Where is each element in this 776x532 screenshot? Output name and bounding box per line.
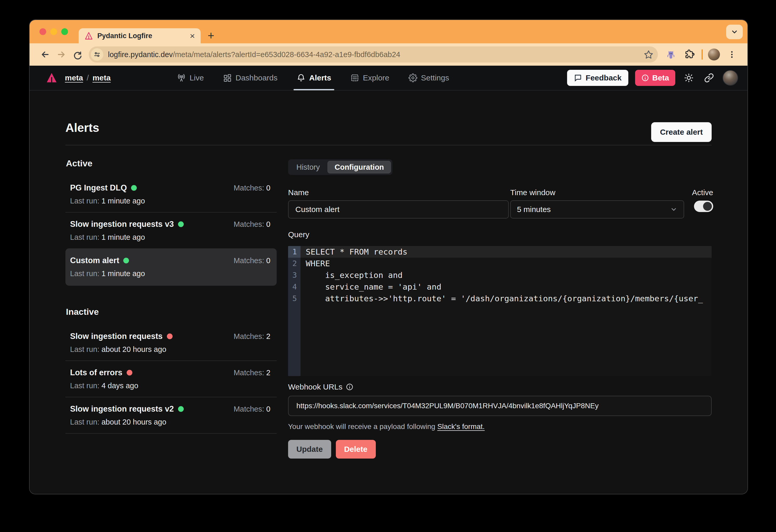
name-input[interactable] [288,200,509,218]
breadcrumb-org-link[interactable]: meta [65,73,83,82]
matches-count: Matches: 0 [234,184,270,192]
alert-list-item[interactable]: Slow ingestion requests v3 Matches: 0 La… [65,212,277,248]
theme-toggle-button[interactable] [682,71,696,84]
alert-list: Active PG Ingest DLQ Matches: 0 Last run… [65,158,277,433]
extension-cat-icon[interactable] [664,48,677,61]
tab-search-button[interactable] [726,25,743,39]
close-tab-icon[interactable]: × [190,31,195,40]
alert-list-item[interactable]: Lots of errors Matches: 2 Last run: 4 da… [65,361,277,397]
alert-list-item[interactable]: Slow ingestion requests Matches: 2 Last … [65,325,277,361]
webhook-urls-label: Webhook URLs [288,382,712,392]
nav-item-explore[interactable]: Explore [350,65,389,90]
forward-button[interactable] [54,48,68,61]
alert-detail-panel: History Configuration Name Time window A… [288,159,712,459]
feedback-label: Feedback [586,73,622,82]
reload-button[interactable] [70,48,84,61]
tab-configuration[interactable]: Configuration [328,161,391,173]
chevron-down-icon [670,206,677,213]
matches-count: Matches: 0 [234,220,270,229]
feedback-button[interactable]: Feedback [567,70,628,86]
toggle-knob [703,202,712,211]
code-text: is_exception and [301,270,712,281]
webhook-url-input[interactable] [288,396,712,416]
time-window-value: 5 minutes [517,205,551,214]
toolbar-separator [702,49,703,60]
inactive-section-heading: Inactive [66,307,277,317]
line-number: 4 [288,281,301,293]
alert-name: PG Ingest DLQ [70,183,127,193]
time-window-select[interactable]: 5 minutes [510,200,684,218]
back-button[interactable] [38,48,52,61]
beta-badge[interactable]: Beta [635,70,675,86]
dashboards-icon [223,73,232,82]
line-number: 2 [288,258,301,270]
code-line: 1SELECT * FROM records [288,246,712,258]
logfire-favicon-icon [84,31,93,40]
browser-menu-icon[interactable] [725,48,739,61]
address-bar[interactable]: logfire.pydantic.dev/meta/meta/alerts?al… [89,46,658,62]
alerts-page: Alerts Create alert Active PG Ingest DLQ… [30,91,748,494]
status-dot [178,406,184,412]
zoom-window-button[interactable] [61,28,68,35]
tab-history[interactable]: History [289,161,327,173]
code-text: attributes->>'http.route' = '/dash/organ… [301,293,712,305]
slack-format-link[interactable]: Slack's format. [437,422,485,430]
matches-count: Matches: 0 [234,405,270,413]
nav-item-live[interactable]: Live [177,65,204,90]
browser-tab[interactable]: Pydantic Logfire × [79,28,201,43]
nav-item-settings[interactable]: Settings [408,65,449,90]
page-title: Alerts [65,121,99,135]
delete-button[interactable]: Delete [336,440,376,459]
browser-window: Pydantic Logfire × + logfire.pydantic [29,19,748,494]
line-number: 3 [288,270,301,281]
gear-icon [408,73,417,82]
close-window-button[interactable] [39,28,46,35]
chevron-down-icon [731,28,738,36]
code-text: SELECT * FROM records [301,246,712,258]
live-icon [177,73,186,82]
last-run: Last run: 4 days ago [70,381,270,390]
alert-list-item[interactable]: PG Ingest DLQ Matches: 0 Last run: 1 min… [65,176,277,212]
user-avatar[interactable] [723,70,738,85]
query-code-editor[interactable]: 1SELECT * FROM records 2WHERE 3 is_excep… [288,246,712,376]
nav-label: Live [189,73,204,82]
nav-label: Alerts [309,73,331,82]
url-text: logfire.pydantic.dev/meta/meta/alerts?al… [108,50,642,59]
matches-count: Matches: 0 [234,256,270,265]
url-path: /meta/meta/alerts?alertId=e653d028-6634-… [173,50,400,59]
nav-item-alerts[interactable]: Alerts [297,65,331,90]
bookmark-star-icon[interactable] [642,48,655,61]
query-label: Query [288,230,712,239]
create-alert-button[interactable]: Create alert [651,122,712,142]
active-toggle[interactable] [694,201,713,212]
alert-list-item-selected[interactable]: Custom alert Matches: 0 Last run: 1 minu… [65,248,277,286]
info-icon[interactable] [346,383,354,391]
logfire-logo-icon[interactable] [46,72,58,84]
breadcrumb-project-link[interactable]: meta [92,73,111,82]
extensions-puzzle-icon[interactable] [683,48,696,61]
code-line: 5 attributes->>'http.route' = '/dash/org… [288,293,712,305]
alert-name: Slow ingestion requests v2 [70,404,174,414]
last-run: Last run: about 20 hours ago [70,417,270,426]
browser-profile-avatar[interactable] [708,48,720,60]
line-number: 1 [288,246,301,258]
bell-icon [297,73,306,82]
nav-item-dashboards[interactable]: Dashboards [223,65,277,90]
update-button[interactable]: Update [288,440,331,459]
alert-list-item[interactable]: Slow ingestion requests v2 Matches: 0 La… [65,397,277,433]
breadcrumb: meta / meta [65,73,111,82]
link-icon [704,73,714,83]
minimize-window-button[interactable] [50,28,57,35]
last-run: Last run: 1 minute ago [70,233,270,241]
info-icon [641,74,649,82]
window-controls [39,28,68,35]
matches-count: Matches: 2 [234,332,270,341]
new-tab-button[interactable]: + [208,30,214,41]
site-info-icon[interactable] [91,48,103,61]
last-run: Last run: about 20 hours ago [70,345,270,354]
line-number: 5 [288,293,301,305]
detail-tabs: History Configuration [288,159,392,175]
share-link-button[interactable] [702,71,716,84]
status-dot [127,370,132,375]
status-dot [167,334,173,339]
